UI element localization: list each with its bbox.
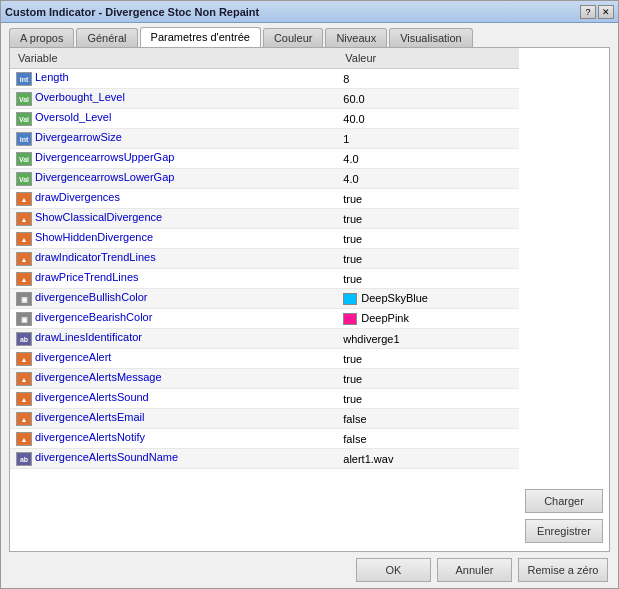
color-icon: ▣ — [16, 312, 32, 326]
col-header-variable: Variable — [10, 48, 337, 69]
window-title: Custom Indicator - Divergence Stoc Non R… — [5, 6, 259, 18]
bool-icon: ▲ — [16, 192, 32, 206]
int-icon: int — [16, 72, 32, 86]
main-window: Custom Indicator - Divergence Stoc Non R… — [0, 0, 619, 589]
bool-icon: ▲ — [16, 352, 32, 366]
value-cell: true — [337, 389, 519, 409]
table-row[interactable]: intDivergearrowSize1 — [10, 129, 519, 149]
table-row[interactable]: ▲divergenceAlerttrue — [10, 349, 519, 369]
val-icon: Val — [16, 112, 32, 126]
value-cell: true — [337, 349, 519, 369]
tabs-bar: A propos Général Parametres d'entrée Cou… — [1, 23, 618, 47]
bool-icon: ▲ — [16, 412, 32, 426]
value-cell: DeepSkyBlue — [337, 289, 519, 309]
ok-button[interactable]: OK — [356, 558, 431, 582]
color-swatch — [343, 293, 357, 305]
value-cell: true — [337, 269, 519, 289]
variable-cell: abdivergenceAlertsSoundName — [10, 449, 337, 469]
table-row[interactable]: ▣divergenceBullishColorDeepSkyBlue — [10, 289, 519, 309]
variable-cell: ValOversold_Level — [10, 109, 337, 129]
table-row[interactable]: ValDivergencearrowsUpperGap4.0 — [10, 149, 519, 169]
variable-cell: ▲drawIndicatorTrendLines — [10, 249, 337, 269]
table-row[interactable]: abdivergenceAlertsSoundNamealert1.wav — [10, 449, 519, 469]
value-cell: DeepPink — [337, 309, 519, 329]
value-cell: 4.0 — [337, 149, 519, 169]
bool-icon: ▲ — [16, 232, 32, 246]
close-button[interactable]: ✕ — [598, 5, 614, 19]
val-icon: Val — [16, 152, 32, 166]
variable-cell: ▲drawDivergences — [10, 189, 337, 209]
title-bar: Custom Indicator - Divergence Stoc Non R… — [1, 1, 618, 23]
help-button[interactable]: ? — [580, 5, 596, 19]
bottom-bar: OK Annuler Remise a zéro — [1, 552, 618, 588]
value-cell: true — [337, 189, 519, 209]
table-row[interactable]: ▲divergenceAlertsEmailfalse — [10, 409, 519, 429]
table-row[interactable]: intLength8 — [10, 69, 519, 89]
bool-icon: ▲ — [16, 432, 32, 446]
table-row[interactable]: ▲drawPriceTrendLinestrue — [10, 269, 519, 289]
table-row[interactable]: ▲ShowHiddenDivergencetrue — [10, 229, 519, 249]
value-cell: false — [337, 409, 519, 429]
value-cell: true — [337, 209, 519, 229]
variable-cell: ▲drawPriceTrendLines — [10, 269, 337, 289]
bool-icon: ▲ — [16, 272, 32, 286]
tab-parametres[interactable]: Parametres d'entrée — [140, 27, 261, 47]
col-header-valeur: Valeur — [337, 48, 519, 69]
variable-cell: ▲ShowClassicalDivergence — [10, 209, 337, 229]
variable-cell: ValOverbought_Level — [10, 89, 337, 109]
table-row[interactable]: ▲ShowClassicalDivergencetrue — [10, 209, 519, 229]
color-swatch — [343, 313, 357, 325]
table-row[interactable]: ValOverbought_Level60.0 — [10, 89, 519, 109]
variable-cell: ▣divergenceBullishColor — [10, 289, 337, 309]
value-cell: whdiverge1 — [337, 329, 519, 349]
bool-icon: ▲ — [16, 212, 32, 226]
value-cell: 40.0 — [337, 109, 519, 129]
parameters-table: Variable Valeur intLength8ValOverbought_… — [10, 48, 519, 469]
value-cell: alert1.wav — [337, 449, 519, 469]
str-icon: ab — [16, 452, 32, 466]
parameters-table-area: Variable Valeur intLength8ValOverbought_… — [10, 48, 519, 551]
annuler-button[interactable]: Annuler — [437, 558, 512, 582]
tab-couleur[interactable]: Couleur — [263, 28, 324, 47]
table-row[interactable]: ValDivergencearrowsLowerGap4.0 — [10, 169, 519, 189]
variable-cell: intLength — [10, 69, 337, 89]
content-area: Variable Valeur intLength8ValOverbought_… — [9, 47, 610, 552]
variable-cell: ▲divergenceAlertsEmail — [10, 409, 337, 429]
charger-button[interactable]: Charger — [525, 489, 603, 513]
title-bar-buttons: ? ✕ — [580, 5, 614, 19]
enregistrer-button[interactable]: Enregistrer — [525, 519, 603, 543]
table-row[interactable]: ▲drawDivergencestrue — [10, 189, 519, 209]
bool-icon: ▲ — [16, 252, 32, 266]
value-cell: true — [337, 249, 519, 269]
str-icon: ab — [16, 332, 32, 346]
variable-cell: ▲divergenceAlert — [10, 349, 337, 369]
variable-cell: ▲ShowHiddenDivergence — [10, 229, 337, 249]
table-row[interactable]: ▲divergenceAlertsNotifyfalse — [10, 429, 519, 449]
variable-cell: ▲divergenceAlertsMessage — [10, 369, 337, 389]
table-row[interactable]: ▣divergenceBearishColorDeepPink — [10, 309, 519, 329]
variable-cell: ▲divergenceAlertsNotify — [10, 429, 337, 449]
val-icon: Val — [16, 172, 32, 186]
variable-cell: ValDivergencearrowsUpperGap — [10, 149, 337, 169]
bool-icon: ▲ — [16, 392, 32, 406]
table-row[interactable]: ▲drawIndicatorTrendLinestrue — [10, 249, 519, 269]
table-header-row: Variable Valeur — [10, 48, 519, 69]
variable-cell: ▣divergenceBearishColor — [10, 309, 337, 329]
value-cell: 4.0 — [337, 169, 519, 189]
tab-niveaux[interactable]: Niveaux — [325, 28, 387, 47]
table-row[interactable]: ▲divergenceAlertsSoundtrue — [10, 389, 519, 409]
variable-cell: abdrawLinesIdentificator — [10, 329, 337, 349]
tab-general[interactable]: Général — [76, 28, 137, 47]
table-row[interactable]: ValOversold_Level40.0 — [10, 109, 519, 129]
tab-visualisation[interactable]: Visualisation — [389, 28, 473, 47]
table-row[interactable]: ▲divergenceAlertsMessagetrue — [10, 369, 519, 389]
table-row[interactable]: abdrawLinesIdentificatorwhdiverge1 — [10, 329, 519, 349]
value-cell: 60.0 — [337, 89, 519, 109]
tab-apropos[interactable]: A propos — [9, 28, 74, 47]
remise-button[interactable]: Remise a zéro — [518, 558, 608, 582]
value-cell: false — [337, 429, 519, 449]
value-cell: 1 — [337, 129, 519, 149]
value-cell: true — [337, 229, 519, 249]
bool-icon: ▲ — [16, 372, 32, 386]
variable-cell: intDivergearrowSize — [10, 129, 337, 149]
